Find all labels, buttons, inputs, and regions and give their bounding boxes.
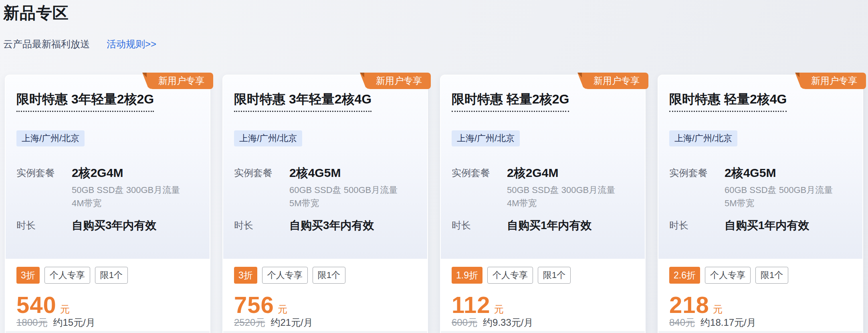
- price-unit: 元: [494, 305, 504, 317]
- product-card[interactable]: 新用户专享 限时特惠 3年轻量2核4G 上海/广州/北京 实例套餐 2核4G5M…: [222, 75, 428, 333]
- original-price: 1800元: [16, 317, 47, 328]
- price: 218 元: [669, 293, 852, 317]
- spec-detail-line2: 5M带宽: [289, 197, 398, 210]
- card-title-text: 限时特惠 轻量2核4G: [669, 92, 787, 112]
- spec-detail: 60GB SSD盘 500GB月流量 5M带宽: [289, 183, 398, 210]
- limit-one-tag: 限1个: [755, 267, 788, 284]
- discount-badge: 3折: [234, 267, 257, 284]
- discount-badge: 2.6折: [669, 267, 700, 284]
- card-price-section: 1.9折 个人专享 限1个 112 元 600元 约9.33元/月: [441, 259, 645, 333]
- original-price: 2520元: [234, 317, 265, 328]
- page-title: 新品专区: [3, 4, 868, 22]
- duration-value: 自购买1年内有效: [507, 219, 592, 232]
- product-card[interactable]: 新用户专享 限时特惠 轻量2核2G 上海/广州/北京 实例套餐 2核2G4M 5…: [440, 75, 646, 333]
- limit-one-tag: 限1个: [313, 267, 345, 284]
- spec-label: 实例套餐: [16, 166, 72, 210]
- monthly-price: 约9.33元/月: [483, 317, 533, 328]
- duration-value: 自购买1年内有效: [725, 219, 809, 232]
- card-title: 限时特惠 3年轻量2核4G: [234, 92, 416, 112]
- personal-exclusive-tag: 个人专享: [44, 267, 90, 284]
- spec-detail-line2: 4M带宽: [507, 197, 615, 210]
- price: 540 元: [16, 293, 199, 317]
- duration-label: 时长: [16, 219, 72, 232]
- price-unit: 元: [713, 305, 723, 317]
- new-user-badge-label: 新用户专享: [577, 73, 648, 89]
- price-number: 756: [234, 293, 274, 317]
- spec-label: 实例套餐: [669, 166, 725, 210]
- spec-detail-line2: 5M带宽: [725, 197, 833, 210]
- activity-rules-link[interactable]: 活动规则>>: [107, 39, 156, 50]
- monthly-price: 约15元/月: [53, 317, 95, 328]
- duration-value: 自购买3年内有效: [72, 219, 157, 232]
- spec-value: 2核4G5M: [725, 166, 833, 180]
- spec-detail-line1: 60GB SSD盘 500GB月流量: [725, 183, 833, 197]
- product-card-row: 新用户专享 限时特惠 3年轻量2核2G 上海/广州/北京 实例套餐 2核2G4M…: [5, 75, 863, 333]
- personal-exclusive-tag: 个人专享: [262, 267, 308, 284]
- limit-one-tag: 限1个: [95, 267, 128, 284]
- spec-detail: 50GB SSD盘 300GB月流量 4M带宽: [507, 183, 615, 210]
- card-info-section: 限时特惠 3年轻量2核4G 上海/广州/北京 实例套餐 2核4G5M 60GB …: [223, 75, 427, 259]
- duration-value: 自购买3年内有效: [289, 219, 374, 232]
- new-user-badge: 新用户专享: [795, 73, 866, 89]
- duration-label: 时长: [669, 219, 725, 232]
- duration-label: 时长: [452, 219, 507, 232]
- spec-detail-line1: 60GB SSD盘 500GB月流量: [289, 183, 398, 197]
- card-info-section: 限时特惠 3年轻量2核2G 上海/广州/北京 实例套餐 2核2G4M 50GB …: [6, 75, 210, 259]
- card-title: 限时特惠 3年轻量2核2G: [16, 92, 199, 112]
- card-price-section: 2.6折 个人专享 限1个 218 元 840元 约18.17元/月: [658, 259, 862, 333]
- monthly-price: 约18.17元/月: [700, 317, 756, 328]
- region-tag: 上海/广州/北京: [16, 130, 85, 146]
- card-title: 限时特惠 轻量2核4G: [669, 92, 852, 112]
- card-title-text: 限时特惠 3年轻量2核2G: [16, 92, 154, 112]
- original-price: 600元: [452, 317, 477, 328]
- spec-value: 2核4G5M: [289, 166, 398, 180]
- card-info-section: 限时特惠 轻量2核2G 上海/广州/北京 实例套餐 2核2G4M 50GB SS…: [441, 75, 645, 259]
- card-footer-strip: [658, 331, 862, 333]
- card-price-section: 3折 个人专享 限1个 540 元 1800元 约15元/月: [6, 259, 210, 333]
- personal-exclusive-tag: 个人专享: [487, 267, 533, 284]
- card-title-text: 限时特惠 轻量2核2G: [452, 92, 569, 112]
- price-number: 112: [452, 293, 491, 317]
- card-info-section: 限时特惠 轻量2核4G 上海/广州/北京 实例套餐 2核4G5M 60GB SS…: [658, 75, 862, 259]
- new-user-badge: 新用户专享: [142, 73, 213, 89]
- price-number: 540: [16, 293, 57, 317]
- price-unit: 元: [278, 305, 287, 317]
- card-footer-strip: [223, 331, 427, 333]
- card-price-section: 3折 个人专享 限1个 756 元 2520元 约21元/月: [223, 259, 427, 333]
- region-tag: 上海/广州/北京: [669, 130, 737, 146]
- page-subtitle: 云产品最新福利放送: [3, 39, 90, 50]
- product-card[interactable]: 新用户专享 限时特惠 轻量2核4G 上海/广州/北京 实例套餐 2核4G5M 6…: [658, 75, 863, 333]
- spec-value: 2核2G4M: [507, 166, 615, 180]
- price: 112 元: [452, 293, 634, 317]
- spec-detail-line1: 50GB SSD盘 300GB月流量: [72, 183, 180, 197]
- price-unit: 元: [60, 305, 70, 317]
- limit-one-tag: 限1个: [538, 267, 571, 284]
- new-user-badge-label: 新用户专享: [795, 73, 866, 89]
- spec-detail-line1: 50GB SSD盘 300GB月流量: [507, 183, 615, 197]
- region-tag: 上海/广州/北京: [234, 130, 302, 146]
- spec-label: 实例套餐: [234, 166, 289, 210]
- new-user-badge-label: 新用户专享: [360, 73, 431, 89]
- price-number: 218: [669, 293, 709, 317]
- card-title-text: 限时特惠 3年轻量2核4G: [234, 92, 371, 112]
- card-footer-strip: [6, 331, 210, 333]
- card-footer-strip: [441, 331, 645, 333]
- product-card[interactable]: 新用户专享 限时特惠 3年轻量2核2G 上海/广州/北京 实例套餐 2核2G4M…: [5, 75, 210, 333]
- region-tag: 上海/广州/北京: [452, 130, 520, 146]
- spec-detail: 50GB SSD盘 300GB月流量 4M带宽: [72, 183, 180, 210]
- personal-exclusive-tag: 个人专享: [705, 267, 751, 284]
- duration-label: 时长: [234, 219, 289, 232]
- spec-detail: 60GB SSD盘 500GB月流量 5M带宽: [725, 183, 833, 210]
- price: 756 元: [234, 293, 416, 317]
- new-user-badge: 新用户专享: [360, 73, 431, 89]
- discount-badge: 1.9折: [452, 267, 482, 284]
- monthly-price: 约21元/月: [270, 317, 313, 328]
- spec-label: 实例套餐: [452, 166, 507, 210]
- section-header: 新品专区 云产品最新福利放送 活动规则>>: [0, 0, 868, 50]
- discount-badge: 3折: [16, 267, 40, 284]
- new-user-badge-label: 新用户专享: [142, 73, 213, 89]
- spec-value: 2核2G4M: [72, 166, 180, 180]
- new-user-badge: 新用户专享: [577, 73, 648, 89]
- spec-detail-line2: 4M带宽: [72, 197, 180, 210]
- card-title: 限时特惠 轻量2核2G: [452, 92, 634, 112]
